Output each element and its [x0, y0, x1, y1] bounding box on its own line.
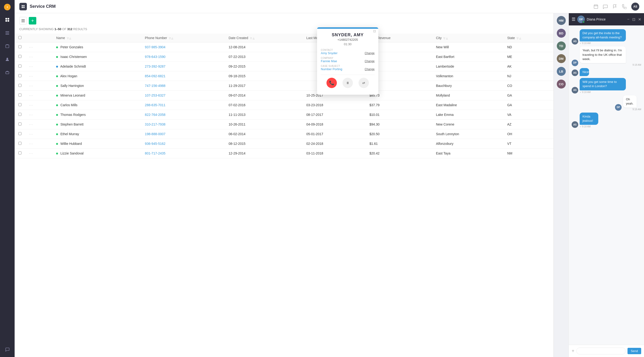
- row-phone-link[interactable]: 854-092-6821: [145, 74, 166, 78]
- results-info: CURRENTLY SHOWING 1–50 OF 312 RESULTS: [14, 27, 554, 34]
- row-actions[interactable]: ···: [25, 62, 52, 71]
- user-avatar[interactable]: AS: [631, 2, 639, 10]
- row-name-text[interactable]: Lizzie Sandoval: [60, 151, 84, 155]
- row-actions[interactable]: ···: [25, 71, 52, 81]
- header-phone[interactable]: Phone Number ▽ △: [141, 34, 225, 42]
- row-name-text[interactable]: Willie Hubbard: [60, 142, 82, 146]
- header-city[interactable]: City ▽ △: [432, 34, 503, 42]
- row-actions[interactable]: ···: [25, 120, 52, 129]
- row-date-created: 07-02-2016: [225, 100, 303, 110]
- chat-minimize-icon[interactable]: −: [627, 17, 630, 22]
- row-name-text[interactable]: Carlos Mills: [60, 103, 77, 107]
- call-popup-close-icon[interactable]: ⊡: [373, 29, 376, 33]
- row-name-text[interactable]: Thomas Rodgers: [60, 113, 86, 117]
- header-name[interactable]: Name ▽ △: [52, 34, 141, 42]
- chat-avatar-td[interactable]: TD: [557, 41, 566, 50]
- row-phone-link[interactable]: 288-635-7011: [145, 103, 166, 107]
- message-icon[interactable]: [603, 4, 608, 9]
- results-prefix: CURRENTLY SHOWING: [19, 27, 54, 31]
- row-date-created: 10-26-2011: [225, 120, 303, 129]
- header-date-created[interactable]: Date Created ▽ △: [225, 34, 303, 42]
- row-checkbox-cell: [14, 120, 25, 129]
- row-checkbox[interactable]: [18, 113, 22, 116]
- row-checkbox-cell: [14, 62, 25, 71]
- transfer-button[interactable]: ⇄: [358, 78, 369, 88]
- chat-expand-icon[interactable]: ⊡: [632, 17, 635, 22]
- chat-message-row: Oh yeah. 9:18 AM DP: [572, 95, 641, 111]
- call-popup: ⊡ SNYDER, AMY +14802742205 01:30 CONTACT…: [317, 27, 378, 95]
- phone-icon[interactable]: [622, 4, 626, 9]
- row-name-text[interactable]: Peter Gonzales: [60, 45, 83, 49]
- msg-avatar: AS: [572, 38, 578, 44]
- chat-avatar-bd[interactable]: BD: [557, 29, 566, 38]
- sidebar-item-grid[interactable]: [4, 16, 11, 23]
- flag-icon[interactable]: [612, 4, 617, 9]
- row-actions[interactable]: ···: [25, 110, 52, 120]
- chat-send-button[interactable]: Send: [628, 348, 641, 354]
- sidebar-item-cases[interactable]: [4, 42, 11, 50]
- list-view-button[interactable]: [19, 17, 27, 24]
- add-record-button[interactable]: +: [29, 17, 36, 24]
- row-actions[interactable]: ···: [25, 42, 52, 52]
- row-checkbox[interactable]: [18, 93, 22, 96]
- chat-menu-icon[interactable]: ☰: [572, 17, 576, 22]
- app-logo[interactable]: [4, 4, 10, 10]
- row-actions[interactable]: ···: [25, 81, 52, 91]
- select-all-checkbox[interactable]: [18, 36, 22, 39]
- row-checkbox[interactable]: [18, 64, 22, 68]
- row-actions[interactable]: ···: [25, 91, 52, 100]
- call-company-change[interactable]: Change: [365, 59, 374, 63]
- row-checkbox[interactable]: [18, 151, 22, 154]
- chat-avatar-lb[interactable]: LB: [557, 67, 566, 76]
- row-name: Carlos Mills: [52, 100, 141, 110]
- sidebar-item-chat[interactable]: [4, 346, 11, 353]
- call-case-change[interactable]: Change: [365, 68, 374, 71]
- table-row: ··· Sally Harrington 747-156-4988 11-29-…: [14, 81, 554, 91]
- row-phone-link[interactable]: 273-392-9287: [145, 64, 166, 68]
- row-phone-link[interactable]: 107-253-6327: [145, 93, 166, 97]
- row-phone-link[interactable]: 198-888-0007: [145, 132, 166, 136]
- row-phone-link[interactable]: 310-217-7938: [145, 122, 166, 126]
- row-actions[interactable]: ···: [25, 149, 52, 158]
- sidebar-item-contacts[interactable]: [4, 55, 11, 63]
- row-name-text[interactable]: Isaac Christensen: [60, 55, 87, 59]
- row-actions[interactable]: ···: [25, 52, 52, 62]
- row-name-text[interactable]: Minerva Leonard: [60, 93, 85, 97]
- row-actions[interactable]: ···: [25, 139, 52, 149]
- row-name-text[interactable]: Ethel Murray: [60, 132, 79, 136]
- row-phone-link[interactable]: 937-985-3904: [145, 45, 166, 49]
- hangup-button[interactable]: 📞: [326, 78, 337, 88]
- chat-avatar-dm[interactable]: DM: [557, 54, 566, 63]
- row-checkbox[interactable]: [18, 122, 22, 125]
- chat-message-input[interactable]: [576, 348, 626, 355]
- chat-add-icon[interactable]: +: [572, 348, 574, 354]
- chat-close-icon[interactable]: ✕: [638, 17, 641, 22]
- row-checkbox[interactable]: [18, 55, 22, 58]
- row-actions[interactable]: ···: [25, 100, 52, 110]
- row-phone-link[interactable]: 936-945-5162: [145, 142, 166, 146]
- calendar-icon[interactable]: [594, 4, 598, 9]
- row-name-text[interactable]: Adelaide Schmidt: [60, 64, 86, 68]
- row-phone-link[interactable]: 822-764-2058: [145, 113, 166, 117]
- row-phone-link[interactable]: 801-717-2435: [145, 151, 166, 155]
- row-name-text[interactable]: Sally Harrington: [60, 84, 84, 88]
- call-contact-change[interactable]: Change: [365, 51, 374, 55]
- row-phone-link[interactable]: 747-156-4988: [145, 84, 166, 88]
- row-checkbox[interactable]: [18, 74, 22, 77]
- row-name-text[interactable]: Stephen Barrett: [60, 122, 84, 126]
- sidebar-item-briefcase[interactable]: [4, 69, 11, 76]
- row-checkbox[interactable]: [18, 84, 22, 87]
- row-actions[interactable]: ···: [25, 129, 52, 139]
- row-checkbox[interactable]: [18, 103, 22, 106]
- sidebar-item-list[interactable]: [4, 29, 11, 37]
- app-title: Service CRM: [30, 4, 56, 9]
- row-phone-link[interactable]: 978-643-1590: [145, 55, 166, 59]
- header-state[interactable]: State ▽ △: [504, 34, 554, 42]
- row-name-text[interactable]: Alex Hogan: [60, 74, 77, 78]
- chat-avatar-co[interactable]: CO: [557, 80, 566, 88]
- chat-avatar-hm[interactable]: HM: [557, 16, 566, 25]
- row-checkbox[interactable]: [18, 45, 22, 48]
- row-checkbox[interactable]: [18, 132, 22, 135]
- pause-button[interactable]: ⏸: [342, 78, 353, 88]
- row-checkbox[interactable]: [18, 142, 22, 145]
